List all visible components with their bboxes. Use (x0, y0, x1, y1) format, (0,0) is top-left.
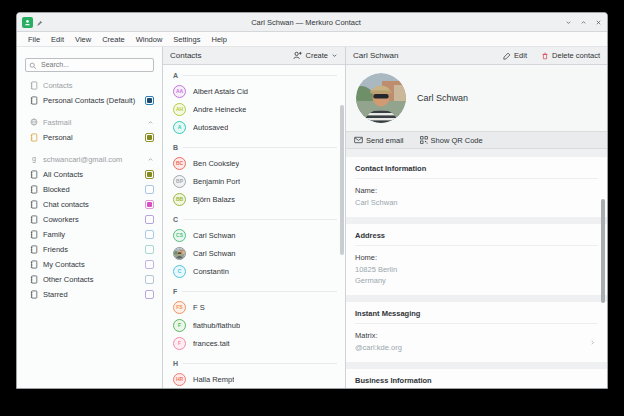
sidebar-item-family[interactable]: Family (17, 227, 162, 242)
sidebar-item-personal[interactable]: Personal (17, 130, 162, 145)
contact-list: AAAAlbert Astals CidAHAndre HeineckeAAut… (163, 65, 345, 388)
address-book-icon (29, 275, 38, 284)
group-divider (183, 363, 337, 364)
contact-initials-avatar: CS (173, 229, 186, 242)
section-address: AddressHome:10825 BerlinGermany (346, 224, 607, 295)
edit-button[interactable]: Edit (503, 51, 527, 60)
contact-hero: Carl Schwan (346, 65, 607, 131)
collections-sidebar: ContactsPersonal Contacts (Default)Fastm… (17, 47, 163, 388)
address-book-icon (29, 81, 38, 90)
collection-checkbox[interactable] (145, 290, 154, 299)
search-input[interactable] (25, 58, 154, 72)
sidebar-item-friends[interactable]: Friends (17, 242, 162, 257)
delete-contact-button[interactable]: Delete contact (541, 51, 600, 60)
sidebar-item-contacts[interactable]: Contacts (17, 78, 162, 93)
contact-row[interactable]: BCBen Cooksley (173, 154, 337, 172)
menu-view[interactable]: View (70, 34, 96, 45)
detail-scrollbar[interactable] (601, 199, 605, 303)
sidebar-item-label: Fastmail (43, 118, 147, 127)
sidebar-item-label: Chat contacts (43, 200, 145, 209)
sidebar-item-my-contacts[interactable]: My Contacts (17, 257, 162, 272)
contact-row[interactable]: Fflathub/flathub (173, 316, 337, 334)
contact-row[interactable]: FSF S (173, 298, 337, 316)
contact-photo-avatar (173, 247, 186, 260)
address-book-icon (29, 245, 38, 254)
collection-checkbox[interactable] (145, 260, 154, 269)
menu-create[interactable]: Create (97, 34, 130, 45)
trash-icon (541, 52, 549, 60)
contact-row[interactable]: CSCarl Schwan (173, 226, 337, 244)
account-header-fastmail[interactable]: Fastmail (17, 115, 162, 130)
sidebar-item-starred[interactable]: Starred (17, 287, 162, 302)
collection-checkbox[interactable] (145, 133, 154, 142)
contact-row[interactable]: AAutosaved (173, 118, 337, 136)
detail-field[interactable]: Matrix:@carl:kde.org (355, 331, 598, 354)
minimize-button[interactable] (565, 19, 572, 26)
contact-initials-avatar: BP (173, 175, 186, 188)
sidebar-item-label: Contacts (43, 81, 154, 90)
contact-row-name: Constantin (193, 267, 229, 276)
chevron-right-icon[interactable] (589, 339, 598, 346)
send-email-button[interactable]: Send email (354, 136, 404, 145)
sidebar-item-label: Personal Contacts (Default) (43, 96, 145, 105)
address-book-icon (29, 215, 38, 224)
contact-row[interactable]: BPBenjamin Port (173, 172, 337, 190)
chevron-down-icon (331, 52, 338, 59)
collection-checkbox[interactable] (145, 96, 154, 105)
chevron-up-icon[interactable] (147, 119, 154, 126)
address-book-icon (29, 290, 38, 299)
menu-help[interactable]: Help (206, 34, 231, 45)
contact-row[interactable]: Carl Schwan (173, 244, 337, 262)
pin-icon (36, 13, 43, 31)
group-divider (183, 75, 337, 76)
contact-row[interactable]: Ffrances.tait (173, 334, 337, 352)
sidebar-item-coworkers[interactable]: Coworkers (17, 212, 162, 227)
address-book-icon (29, 200, 38, 209)
contact-row-name: Björn Balazs (193, 195, 235, 204)
contact-row[interactable]: HRHalla Rempt (173, 370, 337, 388)
menu-bar: FileEditViewCreateWindowSettingsHelp (17, 32, 607, 47)
contact-row[interactable]: AHAndre Heinecke (173, 100, 337, 118)
contact-group-h: HHRHalla RemptHFhubert figuière (173, 357, 337, 388)
detail-field: Name:Carl Schwan (355, 186, 598, 209)
title-bar[interactable]: Carl Schwan — Merkuro Contact (17, 13, 607, 32)
contact-row-name: Albert Astals Cid (193, 87, 248, 96)
contact-detail-panel: Carl Schwan Edit Delete contact Carl Sch… (346, 47, 607, 388)
contact-row[interactable]: CConstantin (173, 262, 337, 280)
collection-checkbox[interactable] (145, 170, 154, 179)
detail-field: Home:10825 BerlinGermany (355, 253, 598, 287)
contact-row[interactable]: AAAlbert Astals Cid (173, 82, 337, 100)
create-button[interactable]: Create (293, 51, 338, 60)
field-label: Name: (355, 186, 598, 195)
contact-initials-avatar: AA (173, 85, 186, 98)
collection-checkbox[interactable] (145, 275, 154, 284)
group-header: C (173, 213, 337, 226)
sidebar-item-chat-contacts[interactable]: Chat contacts (17, 197, 162, 212)
maximize-button[interactable] (580, 19, 587, 26)
collection-checkbox[interactable] (145, 185, 154, 194)
collection-checkbox[interactable] (145, 230, 154, 239)
sidebar-item-blocked[interactable]: Blocked (17, 182, 162, 197)
collection-checkbox[interactable] (145, 200, 154, 209)
menu-file[interactable]: File (23, 34, 45, 45)
sidebar-item-personal-contacts-default[interactable]: Personal Contacts (Default) (17, 93, 162, 108)
show-qr-code-button[interactable]: Show QR Code (420, 136, 483, 145)
close-button[interactable] (595, 19, 602, 26)
contact-initials-avatar: F (173, 319, 186, 332)
contact-list-scrollbar[interactable] (340, 105, 344, 255)
menu-settings[interactable]: Settings (168, 34, 205, 45)
account-header-schwancarl-gmail-com[interactable]: gschwancarl@gmail.com (17, 152, 162, 167)
contact-row-name: F S (193, 303, 205, 312)
sidebar-item-other-contacts[interactable]: Other Contacts (17, 272, 162, 287)
contact-row[interactable]: BBBjörn Balazs (173, 190, 337, 208)
contact-initials-avatar: C (173, 265, 186, 278)
chevron-up-icon[interactable] (147, 156, 154, 163)
menu-window[interactable]: Window (131, 34, 168, 45)
contact-initials-avatar: AH (173, 103, 186, 116)
sidebar-item-all-contacts[interactable]: All Contacts (17, 167, 162, 182)
collection-checkbox[interactable] (145, 245, 154, 254)
menu-edit[interactable]: Edit (46, 34, 69, 45)
group-divider (183, 219, 337, 220)
collection-checkbox[interactable] (145, 215, 154, 224)
group-header: B (173, 141, 337, 154)
